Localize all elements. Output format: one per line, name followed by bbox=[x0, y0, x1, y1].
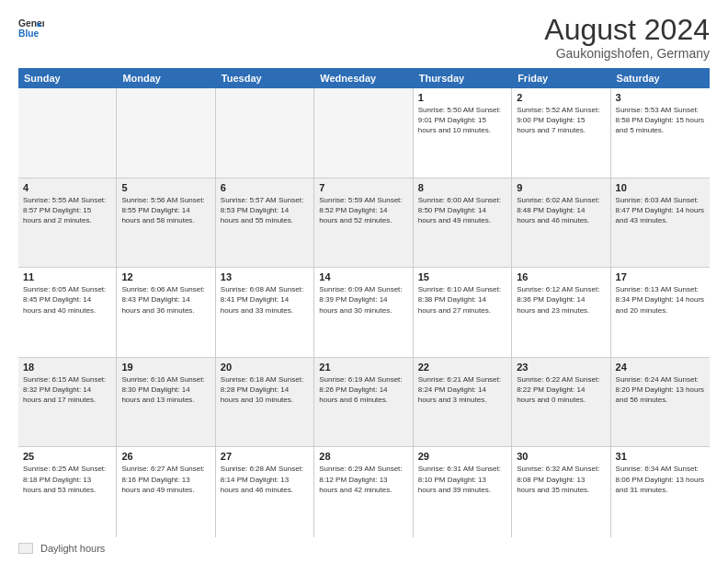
header-monday: Monday bbox=[117, 68, 215, 88]
day-info: Sunrise: 6:06 AM Sunset: 8:43 PM Dayligh… bbox=[121, 284, 210, 316]
day-info: Sunrise: 6:00 AM Sunset: 8:50 PM Dayligh… bbox=[418, 195, 506, 226]
cal-cell-w3-d3: 13Sunrise: 6:08 AM Sunset: 8:41 PM Dayli… bbox=[216, 268, 314, 357]
day-number: 10 bbox=[616, 182, 705, 193]
cal-cell-w1-d2 bbox=[117, 88, 215, 178]
day-info: Sunrise: 5:55 AM Sunset: 8:57 PM Dayligh… bbox=[23, 195, 111, 226]
day-number: 16 bbox=[517, 271, 605, 282]
day-info: Sunrise: 6:21 AM Sunset: 8:24 PM Dayligh… bbox=[418, 374, 506, 406]
day-info: Sunrise: 6:08 AM Sunset: 8:41 PM Dayligh… bbox=[221, 284, 309, 316]
day-info: Sunrise: 5:53 AM Sunset: 8:58 PM Dayligh… bbox=[616, 105, 705, 136]
week-row-5: 25Sunrise: 6:25 AM Sunset: 8:18 PM Dayli… bbox=[18, 447, 710, 537]
day-number: 26 bbox=[121, 451, 210, 462]
cal-cell-w2-d6: 9Sunrise: 6:02 AM Sunset: 8:48 PM Daylig… bbox=[512, 178, 610, 268]
cal-cell-w4-d2: 19Sunrise: 6:16 AM Sunset: 8:30 PM Dayli… bbox=[117, 358, 215, 447]
footer: Daylight hours bbox=[18, 543, 710, 554]
day-info: Sunrise: 6:28 AM Sunset: 8:14 PM Dayligh… bbox=[221, 464, 309, 495]
day-number: 5 bbox=[121, 182, 210, 193]
day-info: Sunrise: 6:32 AM Sunset: 8:08 PM Dayligh… bbox=[517, 464, 605, 495]
day-number: 22 bbox=[418, 362, 506, 373]
day-number: 23 bbox=[517, 362, 605, 373]
day-info: Sunrise: 5:59 AM Sunset: 8:52 PM Dayligh… bbox=[319, 195, 407, 226]
day-info: Sunrise: 6:25 AM Sunset: 8:18 PM Dayligh… bbox=[23, 464, 111, 495]
cal-cell-w4-d7: 24Sunrise: 6:24 AM Sunset: 8:20 PM Dayli… bbox=[611, 358, 710, 447]
day-info: Sunrise: 6:31 AM Sunset: 8:10 PM Dayligh… bbox=[418, 464, 506, 495]
day-number: 8 bbox=[418, 182, 506, 193]
cal-cell-w3-d1: 11Sunrise: 6:05 AM Sunset: 8:45 PM Dayli… bbox=[18, 268, 117, 357]
day-number: 18 bbox=[23, 362, 111, 373]
header-sunday: Sunday bbox=[18, 68, 117, 88]
cal-cell-w5-d5: 29Sunrise: 6:31 AM Sunset: 8:10 PM Dayli… bbox=[414, 447, 512, 537]
cal-cell-w1-d5: 1Sunrise: 5:50 AM Sunset: 9:01 PM Daylig… bbox=[414, 88, 512, 178]
day-number: 17 bbox=[616, 271, 705, 282]
day-info: Sunrise: 5:56 AM Sunset: 8:55 PM Dayligh… bbox=[121, 195, 210, 226]
cal-cell-w1-d4 bbox=[314, 88, 413, 178]
day-number: 6 bbox=[221, 182, 309, 193]
cal-cell-w2-d7: 10Sunrise: 6:03 AM Sunset: 8:47 PM Dayli… bbox=[611, 178, 710, 268]
day-number: 13 bbox=[221, 271, 309, 282]
day-number: 28 bbox=[319, 451, 407, 462]
week-row-2: 4Sunrise: 5:55 AM Sunset: 8:57 PM Daylig… bbox=[18, 178, 710, 269]
day-number: 27 bbox=[221, 451, 309, 462]
day-info: Sunrise: 6:15 AM Sunset: 8:32 PM Dayligh… bbox=[23, 374, 111, 406]
cal-cell-w4-d6: 23Sunrise: 6:22 AM Sunset: 8:22 PM Dayli… bbox=[512, 358, 610, 447]
header-friday: Friday bbox=[512, 68, 610, 88]
cal-cell-w2-d5: 8Sunrise: 6:00 AM Sunset: 8:50 PM Daylig… bbox=[414, 178, 512, 268]
cal-cell-w4-d4: 21Sunrise: 6:19 AM Sunset: 8:26 PM Dayli… bbox=[314, 358, 413, 447]
day-info: Sunrise: 6:10 AM Sunset: 8:38 PM Dayligh… bbox=[418, 284, 506, 316]
day-number: 19 bbox=[121, 362, 210, 373]
day-number: 14 bbox=[319, 271, 407, 282]
day-number: 3 bbox=[616, 92, 705, 103]
day-info: Sunrise: 6:13 AM Sunset: 8:34 PM Dayligh… bbox=[616, 284, 705, 316]
day-number: 21 bbox=[319, 362, 407, 373]
svg-text:Blue: Blue bbox=[18, 29, 40, 39]
day-info: Sunrise: 6:22 AM Sunset: 8:22 PM Dayligh… bbox=[517, 374, 605, 406]
cal-cell-w2-d1: 4Sunrise: 5:55 AM Sunset: 8:57 PM Daylig… bbox=[18, 178, 117, 268]
day-info: Sunrise: 6:16 AM Sunset: 8:30 PM Dayligh… bbox=[121, 374, 210, 406]
day-info: Sunrise: 6:12 AM Sunset: 8:36 PM Dayligh… bbox=[517, 284, 605, 316]
day-number: 24 bbox=[616, 362, 705, 373]
day-info: Sunrise: 6:09 AM Sunset: 8:39 PM Dayligh… bbox=[319, 284, 407, 316]
cal-cell-w1-d6: 2Sunrise: 5:52 AM Sunset: 9:00 PM Daylig… bbox=[512, 88, 610, 178]
day-number: 31 bbox=[616, 451, 705, 462]
day-number: 25 bbox=[23, 451, 111, 462]
calendar-header: Sunday Monday Tuesday Wednesday Thursday… bbox=[18, 68, 710, 88]
logo: General Blue bbox=[18, 15, 44, 40]
week-row-1: 1Sunrise: 5:50 AM Sunset: 9:01 PM Daylig… bbox=[18, 88, 710, 178]
header-saturday: Saturday bbox=[611, 68, 710, 88]
day-info: Sunrise: 6:27 AM Sunset: 8:16 PM Dayligh… bbox=[121, 464, 210, 495]
day-info: Sunrise: 6:19 AM Sunset: 8:26 PM Dayligh… bbox=[319, 374, 407, 406]
header-wednesday: Wednesday bbox=[314, 68, 413, 88]
day-info: Sunrise: 5:52 AM Sunset: 9:00 PM Dayligh… bbox=[517, 105, 605, 136]
month-year-title: August 2024 bbox=[544, 15, 710, 44]
day-number: 1 bbox=[418, 92, 506, 103]
cal-cell-w5-d7: 31Sunrise: 6:34 AM Sunset: 8:06 PM Dayli… bbox=[611, 447, 710, 537]
day-info: Sunrise: 5:57 AM Sunset: 8:53 PM Dayligh… bbox=[221, 195, 309, 226]
header: General Blue August 2024 Gaukonigshofen,… bbox=[18, 15, 710, 61]
header-tuesday: Tuesday bbox=[216, 68, 314, 88]
cal-cell-w2-d3: 6Sunrise: 5:57 AM Sunset: 8:53 PM Daylig… bbox=[216, 178, 314, 268]
cal-cell-w2-d2: 5Sunrise: 5:56 AM Sunset: 8:55 PM Daylig… bbox=[117, 178, 215, 268]
title-block: August 2024 Gaukonigshofen, Germany bbox=[544, 15, 710, 61]
week-row-4: 18Sunrise: 6:15 AM Sunset: 8:32 PM Dayli… bbox=[18, 358, 710, 448]
legend-color-box bbox=[18, 543, 33, 554]
day-number: 4 bbox=[23, 182, 111, 193]
location-subtitle: Gaukonigshofen, Germany bbox=[544, 46, 710, 61]
day-number: 2 bbox=[517, 92, 605, 103]
cal-cell-w1-d7: 3Sunrise: 5:53 AM Sunset: 8:58 PM Daylig… bbox=[611, 88, 710, 178]
cal-cell-w4-d1: 18Sunrise: 6:15 AM Sunset: 8:32 PM Dayli… bbox=[18, 358, 117, 447]
week-row-3: 11Sunrise: 6:05 AM Sunset: 8:45 PM Dayli… bbox=[18, 268, 710, 358]
cal-cell-w5-d3: 27Sunrise: 6:28 AM Sunset: 8:14 PM Dayli… bbox=[216, 447, 314, 537]
day-info: Sunrise: 6:05 AM Sunset: 8:45 PM Dayligh… bbox=[23, 284, 111, 316]
day-info: Sunrise: 5:50 AM Sunset: 9:01 PM Dayligh… bbox=[418, 105, 506, 136]
day-info: Sunrise: 6:02 AM Sunset: 8:48 PM Dayligh… bbox=[517, 195, 605, 226]
day-info: Sunrise: 6:34 AM Sunset: 8:06 PM Dayligh… bbox=[616, 464, 705, 495]
day-number: 20 bbox=[221, 362, 309, 373]
cal-cell-w3-d7: 17Sunrise: 6:13 AM Sunset: 8:34 PM Dayli… bbox=[611, 268, 710, 357]
cal-cell-w3-d4: 14Sunrise: 6:09 AM Sunset: 8:39 PM Dayli… bbox=[314, 268, 413, 357]
day-number: 30 bbox=[517, 451, 605, 462]
svg-text:General: General bbox=[18, 18, 44, 29]
cal-cell-w5-d1: 25Sunrise: 6:25 AM Sunset: 8:18 PM Dayli… bbox=[18, 447, 117, 537]
day-number: 29 bbox=[418, 451, 506, 462]
legend-label: Daylight hours bbox=[40, 543, 105, 554]
day-info: Sunrise: 6:03 AM Sunset: 8:47 PM Dayligh… bbox=[616, 195, 705, 226]
